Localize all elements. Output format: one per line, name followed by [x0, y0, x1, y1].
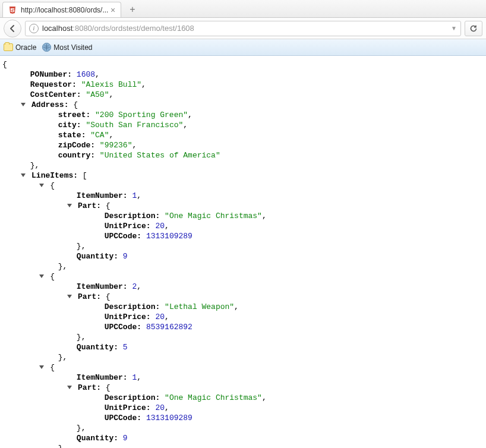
json-punct: , — [137, 373, 141, 382]
json-punct: }, — [77, 424, 86, 433]
collapse-toggle-icon[interactable] — [21, 103, 26, 106]
json-row: { — [2, 272, 484, 282]
url-dropdown-icon[interactable]: ▼ — [451, 25, 457, 31]
json-key: Quantity: — [77, 343, 118, 352]
collapse-toggle-icon[interactable] — [67, 386, 72, 389]
json-punct: { — [50, 272, 55, 281]
json-key: Quantity: — [77, 252, 118, 261]
json-punct: { — [50, 181, 55, 190]
json-number: 9 — [123, 434, 128, 443]
bookmark-label: Oracle — [15, 43, 36, 52]
json-key: street: — [58, 111, 91, 119]
json-row: UPCCode: 1313109289 — [2, 413, 484, 423]
bookmark-label: Most Visited — [53, 43, 92, 52]
json-string: "200 Sporting Green" — [95, 111, 188, 119]
json-punct: { — [106, 383, 111, 392]
json-row: state: "CA", — [2, 130, 484, 140]
json-row: UnitPrice: 20, — [2, 221, 484, 231]
json-row: Description: "One Magic Christmas", — [2, 393, 484, 403]
json-key: ItemNumber: — [77, 282, 128, 291]
collapse-toggle-icon[interactable] — [67, 295, 72, 298]
json-row: UPCCode: 8539162892 — [2, 322, 484, 332]
json-punct: { — [106, 201, 111, 210]
json-string: "South San Francisco" — [86, 121, 183, 130]
json-number: 20 — [155, 222, 165, 231]
json-key: CostCenter: — [30, 90, 81, 99]
json-number: 1608 — [77, 70, 95, 79]
json-string: "Lethal Weapon" — [165, 302, 234, 311]
address-bar[interactable]: i localhost:8080/ords/ordstest/demo/test… — [25, 21, 461, 36]
json-row: }, — [2, 261, 484, 272]
json-punct: }, — [58, 262, 68, 271]
json-row: Quantity: 9 — [2, 251, 484, 261]
json-row: } — [2, 443, 484, 448]
json-number: 1313109289 — [146, 232, 192, 241]
json-key: city: — [58, 121, 81, 130]
json-punct: , — [95, 70, 100, 79]
json-row: }, — [2, 160, 484, 171]
json-row: city: "South San Francisco", — [2, 120, 484, 130]
reload-button[interactable] — [465, 21, 482, 36]
json-punct: , — [262, 393, 267, 402]
json-punct: { — [50, 363, 55, 372]
back-button[interactable] — [4, 20, 21, 37]
json-key: Part: — [78, 292, 101, 301]
json-punct: , — [183, 121, 188, 130]
json-string: "99236" — [100, 141, 132, 150]
json-string: "One Magic Christmas" — [165, 212, 262, 220]
json-row: UPCCode: 1313109289 — [2, 231, 484, 241]
json-punct: , — [262, 212, 267, 220]
collapse-toggle-icon[interactable] — [39, 275, 44, 278]
json-punct: }, — [77, 242, 86, 251]
globe-icon — [42, 43, 51, 52]
json-key: Description: — [105, 212, 160, 220]
new-tab-button[interactable]: + — [125, 3, 140, 16]
json-row: }, — [2, 423, 484, 433]
browser-tab[interactable]: http://localhost:8080/ords/... × — [2, 2, 121, 17]
json-key: UnitPrice: — [105, 313, 151, 321]
collapse-toggle-icon[interactable] — [39, 365, 44, 369]
json-punct: { — [2, 60, 7, 69]
json-row: street: "200 Sporting Green", — [2, 110, 484, 120]
bookmark-most-visited[interactable]: Most Visited — [42, 43, 92, 52]
site-info-icon[interactable]: i — [29, 24, 39, 33]
collapse-toggle-icon[interactable] — [21, 173, 26, 177]
json-key: ItemNumber: — [77, 191, 128, 200]
json-key: Address: — [31, 100, 68, 109]
json-key: LineItems: — [31, 171, 78, 180]
json-punct: , — [165, 403, 169, 412]
json-row: ItemNumber: 2, — [2, 282, 484, 292]
json-punct: , — [188, 111, 192, 119]
folder-icon — [4, 43, 13, 51]
json-number: 9 — [123, 252, 128, 261]
json-key: UnitPrice: — [105, 403, 151, 412]
json-number: 8539162892 — [146, 323, 192, 332]
json-punct: }, — [58, 353, 68, 362]
json-row: Quantity: 5 — [2, 342, 484, 352]
json-punct: , — [137, 191, 141, 200]
json-row: ItemNumber: 1, — [2, 373, 484, 383]
json-key: Part: — [78, 383, 101, 392]
json-row: CostCenter: "A50", — [2, 90, 484, 100]
tab-title: http://localhost:8080/ords/... — [21, 6, 109, 14]
json-row: Address: { — [2, 100, 484, 110]
json-punct: [ — [83, 171, 87, 180]
json-key: Description: — [105, 393, 160, 402]
collapse-toggle-icon[interactable] — [67, 204, 72, 207]
url-text: localhost:8080/ords/ordstest/demo/test/1… — [42, 24, 447, 33]
nav-toolbar: i localhost:8080/ords/ordstest/demo/test… — [0, 18, 486, 39]
json-row: UnitPrice: 20, — [2, 312, 484, 322]
collapse-toggle-icon[interactable] — [39, 184, 44, 187]
json-punct: , — [234, 302, 239, 311]
json-viewer: { PONumber: 1608, Requestor: "Alexis Bul… — [0, 56, 486, 448]
json-row: Description: "One Magic Christmas", — [2, 211, 484, 221]
json-row: }, — [2, 352, 484, 362]
close-tab-icon[interactable]: × — [109, 6, 117, 14]
json-key: Quantity: — [77, 434, 118, 443]
json-row: Part: { — [2, 201, 484, 211]
json-punct: , — [165, 313, 169, 321]
bookmark-oracle[interactable]: Oracle — [4, 43, 36, 52]
json-row: Part: { — [2, 383, 484, 393]
tab-strip: http://localhost:8080/ords/... × + — [0, 0, 486, 18]
json-punct: , — [109, 131, 113, 140]
